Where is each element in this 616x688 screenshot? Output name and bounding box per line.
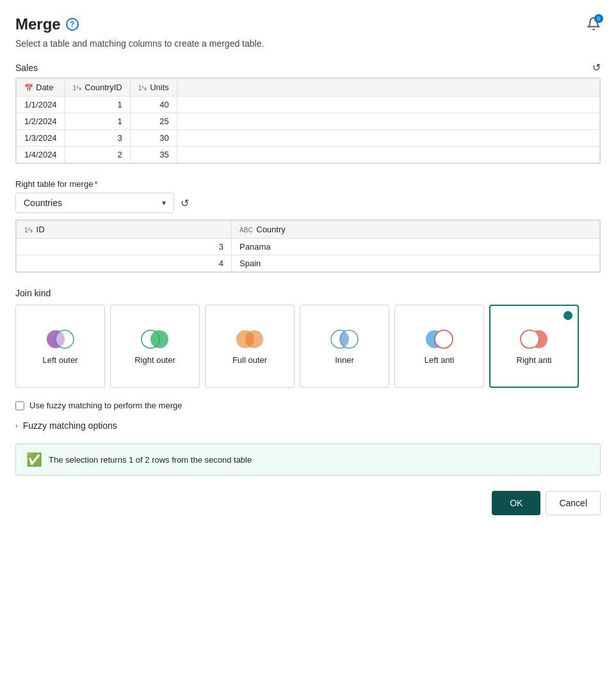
join-card-inner-label: Inner <box>335 355 354 365</box>
right-table-dropdown[interactable]: Countries ▾ <box>15 193 174 213</box>
notification-badge: 0 <box>594 14 603 23</box>
sales-refresh-button[interactable]: ↺ <box>592 61 601 74</box>
cancel-button[interactable]: Cancel <box>546 491 601 515</box>
table-row: 1/4/2024 2 35 <box>17 147 600 163</box>
sales-table-container: 📅Date 1²₃ CountryID 1²₃ Units 1/1/2024 1… <box>15 77 601 164</box>
selected-indicator <box>563 311 572 320</box>
join-card-inner[interactable]: Inner <box>300 305 389 388</box>
sales-col-empty <box>177 79 599 97</box>
join-card-right-outer[interactable]: Right outer <box>110 305 200 388</box>
table-row: 1/3/2024 3 30 <box>17 130 600 147</box>
join-card-full-outer[interactable]: Full outer <box>205 305 295 388</box>
fuzzy-expand-icon: › <box>15 422 18 429</box>
info-banner: ✅ The selection returns 1 of 2 rows from… <box>15 444 601 476</box>
page-subtitle: Select a table and matching columns to c… <box>15 38 601 49</box>
svg-point-2 <box>47 330 65 348</box>
ok-button[interactable]: OK <box>492 491 540 515</box>
join-cards-container: Left outer Right outer Full outer Inner <box>15 305 601 388</box>
table-row: 4 Spain <box>17 255 600 272</box>
svg-point-4 <box>150 330 168 348</box>
right-table-refresh-button[interactable]: ↺ <box>181 197 189 209</box>
sales-col-date[interactable]: 📅Date <box>17 79 65 97</box>
join-card-left-anti-label: Left anti <box>425 355 454 365</box>
dropdown-value: Countries <box>24 198 62 208</box>
join-card-left-outer-label: Left outer <box>43 355 78 365</box>
table-row: 1/1/2024 1 40 <box>17 97 600 113</box>
fuzzy-checkbox-row: Use fuzzy matching to perform the merge <box>15 401 601 410</box>
info-check-icon: ✅ <box>26 452 42 467</box>
fuzzy-options-label: Fuzzy matching options <box>23 420 117 431</box>
fuzzy-options-section[interactable]: › Fuzzy matching options <box>15 420 601 431</box>
fuzzy-matching-checkbox[interactable] <box>15 401 24 410</box>
right-col-country[interactable]: ABC Country <box>232 221 600 239</box>
sales-col-countryid[interactable]: 1²₃ CountryID <box>65 79 130 97</box>
sales-table-label: Sales <box>15 63 38 73</box>
right-table-container: 1²₃ ID ABC Country 3 Panama 4 Spain <box>15 220 601 273</box>
svg-point-14 <box>435 330 453 348</box>
help-icon[interactable]: ? <box>66 18 79 31</box>
info-banner-text: The selection returns 1 of 2 rows from t… <box>49 455 252 465</box>
join-card-full-outer-label: Full outer <box>232 355 267 365</box>
table-row: 3 Panama <box>17 239 600 255</box>
dropdown-arrow-icon: ▾ <box>162 198 166 207</box>
table-row: 1/2/2024 1 25 <box>17 113 600 130</box>
join-kind-label: Join kind <box>15 288 601 298</box>
right-table: 1²₃ ID ABC Country 3 Panama 4 Spain <box>16 220 600 272</box>
sales-col-units[interactable]: 1²₃ Units <box>130 79 177 97</box>
join-card-right-anti[interactable]: Right anti <box>489 305 579 388</box>
notifications-icon[interactable]: 0 <box>587 17 601 33</box>
footer-buttons: OK Cancel <box>15 491 601 515</box>
join-card-left-anti[interactable]: Left anti <box>394 305 484 388</box>
join-card-left-outer[interactable]: Left outer <box>15 305 105 388</box>
right-table-label: Right table for merge* <box>15 179 601 189</box>
page-title: Merge <box>15 15 61 33</box>
right-col-id[interactable]: 1²₃ ID <box>17 221 232 239</box>
sales-table: 📅Date 1²₃ CountryID 1²₃ Units 1/1/2024 1… <box>16 78 600 163</box>
svg-point-6 <box>245 330 263 348</box>
join-card-right-outer-label: Right outer <box>134 355 175 365</box>
join-card-right-anti-label: Right anti <box>517 355 552 365</box>
fuzzy-matching-label[interactable]: Use fuzzy matching to perform the merge <box>29 401 182 410</box>
